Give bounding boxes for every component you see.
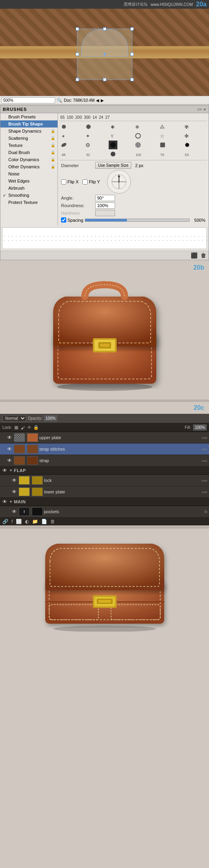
size-14[interactable]: 14 bbox=[92, 115, 98, 120]
brush-cell-22[interactable]: 100 bbox=[134, 150, 142, 158]
lock-all-icon[interactable]: 🔒 bbox=[33, 425, 39, 430]
brush-cell-1[interactable] bbox=[59, 122, 68, 131]
handle-bottom-right[interactable] bbox=[130, 78, 134, 81]
brush-cell-9[interactable]: Y bbox=[109, 131, 117, 140]
eye-icon-flap[interactable]: 👁 bbox=[2, 468, 8, 473]
brush-cell-7[interactable]: ⁕ bbox=[59, 131, 68, 140]
eye-icon-pockets[interactable]: 👁 bbox=[11, 509, 17, 514]
layer-group-main[interactable]: 👁 ▼ MAIN bbox=[0, 498, 209, 506]
sidebar-item-noise[interactable]: Noise bbox=[0, 170, 58, 177]
expand-main[interactable]: ▼ bbox=[9, 500, 13, 504]
spacing-slider[interactable] bbox=[85, 219, 190, 222]
handle-mid-right[interactable] bbox=[130, 53, 134, 56]
brush-cell-11[interactable]: ☆ bbox=[158, 131, 167, 140]
brush-cell-3[interactable]: ✱ bbox=[109, 122, 117, 131]
brush-cell-17[interactable] bbox=[158, 141, 167, 149]
eye-icon-upper-plate[interactable]: 👁 bbox=[6, 435, 13, 440]
brush-cell-14[interactable]: ❂ bbox=[84, 141, 93, 149]
brush-cell-10[interactable] bbox=[134, 131, 142, 140]
layer-new-icon[interactable]: 📄 bbox=[41, 519, 47, 524]
flip-y-label[interactable]: Flip Y bbox=[82, 170, 100, 194]
panel-icon-2[interactable]: 🗑 bbox=[201, 252, 206, 259]
sidebar-item-color-dynamics[interactable]: Color Dynamics 🔒 bbox=[0, 156, 58, 163]
brush-cell-15[interactable] bbox=[109, 141, 117, 149]
expand-flap[interactable]: ▼ bbox=[9, 468, 13, 472]
sidebar-item-other-dynamics[interactable]: Other Dynamics 🔒 bbox=[0, 163, 58, 170]
brush-cell-18[interactable] bbox=[183, 141, 192, 149]
brush-cell-2[interactable] bbox=[84, 122, 93, 131]
next-arrow[interactable]: ▶ bbox=[101, 98, 104, 103]
lock-transparent-icon[interactable]: ▦ bbox=[14, 425, 18, 430]
layer-style-icon[interactable]: f bbox=[12, 519, 13, 524]
brush-cell-6[interactable]: ✾ bbox=[183, 122, 192, 131]
size-100[interactable]: 100 bbox=[66, 115, 74, 120]
layer-item-upper-plate[interactable]: 👁 upper plate ∞∞ bbox=[0, 432, 209, 444]
opacity-value[interactable]: 100% bbox=[44, 415, 58, 421]
sidebar-item-brush-tip-shape[interactable]: Brush Tip Shape bbox=[0, 120, 58, 128]
layer-mask-icon[interactable]: ⬜ bbox=[16, 519, 22, 524]
brush-cell-20[interactable]: 32 bbox=[84, 150, 93, 158]
lock-position-icon[interactable]: ✛ bbox=[27, 425, 31, 430]
layer-adjustment-icon[interactable]: ◐ bbox=[25, 519, 29, 524]
spacing-checkbox[interactable] bbox=[61, 217, 66, 223]
layer-group-icon[interactable]: 📁 bbox=[32, 519, 38, 524]
handle-mid-left[interactable] bbox=[76, 53, 79, 56]
brushes-arrows[interactable]: >> ✕ bbox=[197, 107, 206, 112]
handle-top-left[interactable] bbox=[76, 27, 79, 30]
layer-group-flap[interactable]: 👁 ▼ FLAP bbox=[0, 466, 209, 475]
brush-cell-8[interactable]: ✦ bbox=[84, 131, 93, 140]
angle-input[interactable] bbox=[95, 195, 115, 201]
spacing-check-label[interactable]: Spacing bbox=[61, 217, 83, 223]
layer-delete-icon[interactable]: 🗑 bbox=[50, 519, 55, 524]
blend-mode-select[interactable]: Normal Multiply Screen bbox=[2, 415, 26, 422]
brush-cell-16[interactable] bbox=[134, 141, 142, 149]
eye-icon-strap[interactable]: 👁 bbox=[6, 458, 13, 463]
eye-icon-strap-stitches[interactable]: 👁 bbox=[6, 446, 13, 452]
eye-icon-lower-plate[interactable]: 👁 bbox=[11, 489, 17, 495]
brush-cell-21[interactable] bbox=[109, 150, 117, 158]
handle-bottom-center[interactable] bbox=[103, 78, 106, 81]
layer-item-lower-plate[interactable]: 👁 lower plate ∞∞ bbox=[0, 486, 209, 498]
layer-item-strap[interactable]: 👁 strap ∞∞ bbox=[0, 455, 209, 466]
brush-cell-12[interactable]: ✤ bbox=[183, 131, 192, 140]
eye-icon-main[interactable]: 👁 bbox=[2, 499, 8, 504]
layer-link-icon[interactable]: 🔗 bbox=[2, 519, 8, 524]
sidebar-item-smoothing[interactable]: Smoothing bbox=[0, 192, 58, 199]
sidebar-item-airbrush[interactable]: Airbrush bbox=[0, 185, 58, 192]
brush-cell-13[interactable] bbox=[59, 141, 68, 149]
sidebar-item-scattering[interactable]: Scattering 🔒 bbox=[0, 135, 58, 142]
sidebar-item-texture[interactable]: Texture 🔒 bbox=[0, 142, 58, 149]
prev-arrow[interactable]: ◀ bbox=[96, 98, 99, 103]
size-65[interactable]: 65 bbox=[59, 115, 65, 120]
roundness-input[interactable] bbox=[95, 202, 115, 209]
size-300[interactable]: 300 bbox=[83, 115, 92, 120]
brush-cell-24[interactable]: 53 bbox=[183, 150, 192, 158]
panel-icon-1[interactable]: ⬛ bbox=[191, 252, 197, 259]
brush-cell-19[interactable]: 48 bbox=[59, 150, 68, 158]
sidebar-item-dual-brush[interactable]: Dual Brush 🔒 bbox=[0, 149, 58, 156]
sidebar-item-protect-texture[interactable]: Protect Texture bbox=[0, 199, 58, 206]
sidebar-item-shape-dynamics[interactable]: Shape Dynamics 🔒 bbox=[0, 128, 58, 135]
lock-image-icon[interactable]: 🖌 bbox=[21, 425, 25, 430]
flip-x-label[interactable]: Flip X bbox=[61, 170, 79, 194]
eye-icon-lock[interactable]: 👁 bbox=[11, 478, 17, 483]
layer-item-lock[interactable]: 👁 lock ∞∞ bbox=[0, 475, 209, 486]
use-sample-size-button[interactable]: Use Sample Size bbox=[95, 162, 131, 169]
brush-cell-4[interactable]: ❋ bbox=[134, 122, 142, 131]
fill-value[interactable]: 100% bbox=[193, 424, 207, 430]
size-200[interactable]: 200 bbox=[75, 115, 83, 120]
flip-x-checkbox[interactable] bbox=[61, 179, 66, 185]
sidebar-item-brush-presets[interactable]: Brush Presets bbox=[0, 113, 58, 120]
brush-cell-23[interactable]: 75 bbox=[158, 150, 167, 158]
flip-y-checkbox[interactable] bbox=[82, 179, 88, 185]
handle-bottom-left[interactable] bbox=[76, 78, 79, 81]
layer-item-strap-stitches[interactable]: 👁 strap stitches ∞∞ bbox=[0, 444, 209, 455]
layer-item-pockets[interactable]: 👁 I pockets fx bbox=[0, 506, 209, 518]
brush-cell-5[interactable]: ⁂ bbox=[158, 122, 167, 131]
size-27[interactable]: 27 bbox=[104, 115, 110, 120]
handle-top-center[interactable] bbox=[103, 27, 106, 30]
sidebar-item-wet-edges[interactable]: Wet Edges bbox=[0, 177, 58, 185]
size-24[interactable]: 24 bbox=[98, 115, 104, 120]
zoom-input[interactable] bbox=[2, 97, 55, 103]
handle-top-right[interactable] bbox=[130, 27, 134, 30]
